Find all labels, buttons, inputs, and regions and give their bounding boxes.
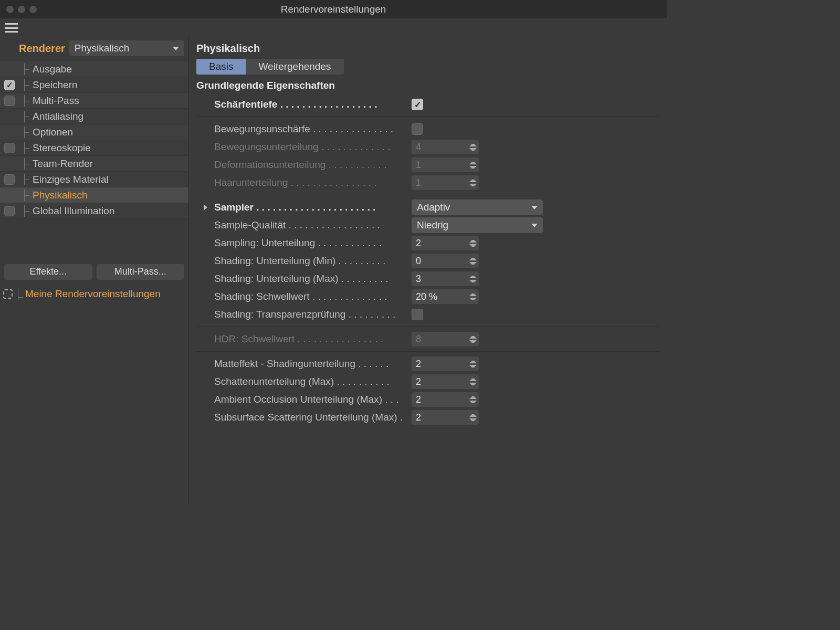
prop-number-input: 8 — [412, 332, 479, 346]
prop-label: Shading: Schwellwert . . . . . . . . . .… — [214, 291, 412, 302]
main-panel: Physikalisch Basis Weitergehendes Grundl… — [189, 37, 667, 504]
prop-dropdown[interactable]: Adaptiv — [412, 200, 543, 215]
sidebar-item-label: Multi-Pass — [19, 95, 79, 107]
prop-label: Schattenunterteilung (Max) . . . . . . .… — [214, 376, 412, 387]
prop-label: Subsurface Scattering Unterteilung (Max)… — [214, 412, 412, 423]
sidebar-item-team-render[interactable]: Team-Render — [0, 156, 188, 172]
prop-sampling_sub: Sampling: Unterteilung . . . . . . . . .… — [196, 234, 659, 252]
sidebar-item-speichern[interactable]: Speichern — [0, 77, 188, 93]
preset-label: Meine Rendervoreinstellungen — [18, 288, 161, 300]
prop-number-input[interactable]: 2 — [412, 410, 479, 425]
sidebar-item-multi-pass[interactable]: Multi-Pass — [0, 93, 188, 109]
sidebar-item-label: Antialiasing — [19, 111, 83, 122]
title-bar: Rendervoreinstellungen — [0, 0, 667, 18]
sidebar-item-label: Global Illumination — [19, 205, 114, 217]
tab-basis[interactable]: Basis — [196, 59, 246, 75]
effects-button[interactable]: Effekte... — [4, 264, 92, 280]
sidebar-checkbox[interactable] — [4, 206, 15, 216]
sidebar-item-label: Physikalisch — [19, 190, 88, 201]
sidebar-item-label: Stereoskopie — [19, 142, 91, 154]
panel-title: Physikalisch — [196, 43, 659, 55]
prop-number-input[interactable]: 2 — [412, 236, 479, 250]
prop-label: Ambient Occlusion Unterteilung (Max) . .… — [214, 394, 412, 405]
prop-shading_thresh: Shading: Schwellwert . . . . . . . . . .… — [196, 288, 659, 306]
prop-label: HDR: Schwellwert . . . . . . . . . . . .… — [214, 333, 412, 345]
prop-label: Bewegungsunterteilung . . . . . . . . . … — [214, 141, 412, 153]
sidebar-item-label: Speichern — [19, 79, 78, 91]
preset-icon — [3, 289, 13, 299]
prop-dof: Schärfentiefe . . . . . . . . . . . . . … — [196, 96, 659, 113]
tabs: Basis Weitergehendes — [196, 59, 659, 75]
sidebar-item-label: Team-Render — [19, 158, 93, 170]
sidebar-item-ausgabe[interactable]: Ausgabe — [0, 61, 188, 77]
prop-label: Shading: Unterteilung (Max) . . . . . . … — [214, 273, 412, 285]
prop-deform_sub: Deformationsunterteilung . . . . . . . .… — [196, 156, 659, 174]
prop-ao_sub: Ambient Occlusion Unterteilung (Max) . .… — [196, 391, 659, 408]
sidebar-item-einziges-material[interactable]: Einziges Material — [0, 172, 188, 187]
prop-label: Shading: Transparenzprüfung . . . . . . … — [214, 309, 412, 320]
sidebar-item-label: Ausgabe — [19, 64, 72, 75]
multipass-button[interactable]: Multi-Pass... — [97, 264, 185, 280]
prop-number-input: 1 — [412, 175, 479, 190]
prop-shadow_sub: Schattenunterteilung (Max) . . . . . . .… — [196, 373, 659, 391]
prop-label: Shading: Unterteilung (Min) . . . . . . … — [214, 255, 412, 267]
renderer-label: Renderer — [19, 43, 65, 55]
prop-motion_sub: Bewegungsunterteilung . . . . . . . . . … — [196, 138, 659, 156]
section-title: Grundlegende Eigenschaften — [196, 80, 659, 91]
prop-checkbox[interactable] — [412, 123, 423, 135]
prop-shading_max: Shading: Unterteilung (Max) . . . . . . … — [196, 270, 659, 288]
tab-advanced[interactable]: Weitergehendes — [246, 59, 343, 75]
sidebar-checkbox[interactable] — [4, 174, 15, 185]
prop-label: Deformationsunterteilung . . . . . . . .… — [214, 159, 412, 171]
prop-number-input: 4 — [412, 140, 479, 154]
prop-matte_sub: Matteffekt - Shadingunterteilung . . . .… — [196, 355, 659, 373]
prop-label: Bewegungsunschärfe . . . . . . . . . . .… — [214, 123, 412, 135]
prop-checkbox[interactable] — [412, 309, 423, 320]
prop-motionblur: Bewegungsunschärfe . . . . . . . . . . .… — [196, 120, 659, 138]
prop-checkbox[interactable] — [412, 99, 423, 110]
prop-label: Matteffekt - Shadingunterteilung . . . .… — [214, 358, 412, 370]
prop-sss_sub: Subsurface Scattering Unterteilung (Max)… — [196, 408, 659, 426]
prop-number-input[interactable]: 2 — [412, 374, 479, 389]
prop-label: Schärfentiefe . . . . . . . . . . . . . … — [214, 99, 412, 110]
sidebar-item-label: Einziges Material — [19, 174, 109, 185]
toolbar — [0, 18, 667, 37]
prop-shading_min: Shading: Unterteilung (Min) . . . . . . … — [196, 252, 659, 270]
sidebar-item-optionen[interactable]: Optionen — [0, 124, 188, 140]
sidebar-item-stereoskopie[interactable]: Stereoskopie — [0, 140, 188, 156]
prop-sampler: Sampler . . . . . . . . . . . . . . . . … — [196, 198, 659, 216]
sidebar-item-label: Optionen — [19, 127, 73, 138]
sidebar-item-antialiasing[interactable]: Antialiasing — [0, 109, 188, 124]
preset-row[interactable]: Meine Rendervoreinstellungen — [0, 283, 188, 305]
prop-label: Sample-Qualität . . . . . . . . . . . . … — [214, 219, 412, 231]
prop-hdr_thresh: HDR: Schwellwert . . . . . . . . . . . .… — [196, 330, 659, 348]
sidebar-checkbox[interactable] — [4, 143, 15, 153]
prop-label: Haarunterteilung . . . . . . . . . . . .… — [214, 177, 412, 188]
renderer-row: Renderer Physikalisch — [0, 37, 188, 61]
sidebar: Renderer Physikalisch AusgabeSpeichernMu… — [0, 37, 189, 504]
sidebar-tree: AusgabeSpeichernMulti-PassAntialiasingOp… — [0, 61, 188, 261]
prop-number-input: 1 — [412, 158, 479, 172]
sidebar-item-physikalisch[interactable]: Physikalisch — [0, 187, 188, 203]
chevron-right-icon[interactable] — [204, 204, 207, 211]
sidebar-item-global-illumination[interactable]: Global Illumination — [0, 203, 188, 219]
window-title: Rendervoreinstellungen — [0, 4, 667, 15]
prop-number-input[interactable]: 3 — [412, 271, 479, 286]
sidebar-checkbox[interactable] — [4, 96, 15, 106]
prop-label: Sampling: Unterteilung . . . . . . . . .… — [214, 237, 412, 249]
prop-dropdown[interactable]: Niedrig — [412, 217, 543, 233]
prop-number-input[interactable]: 2 — [412, 356, 479, 371]
prop-label: Sampler . . . . . . . . . . . . . . . . … — [214, 202, 412, 213]
prop-shading_transp: Shading: Transparenzprüfung . . . . . . … — [196, 306, 659, 323]
prop-number-input[interactable]: 2 — [412, 392, 479, 407]
sidebar-checkbox[interactable] — [4, 80, 15, 90]
prop-sample_quality: Sample-Qualität . . . . . . . . . . . . … — [196, 216, 659, 234]
prop-hair_sub: Haarunterteilung . . . . . . . . . . . .… — [196, 174, 659, 192]
prop-number-input[interactable]: 0 — [412, 254, 479, 268]
renderer-dropdown[interactable]: Physikalisch — [69, 40, 184, 56]
prop-number-input[interactable]: 20 % — [412, 289, 479, 304]
menu-icon[interactable] — [5, 23, 18, 33]
